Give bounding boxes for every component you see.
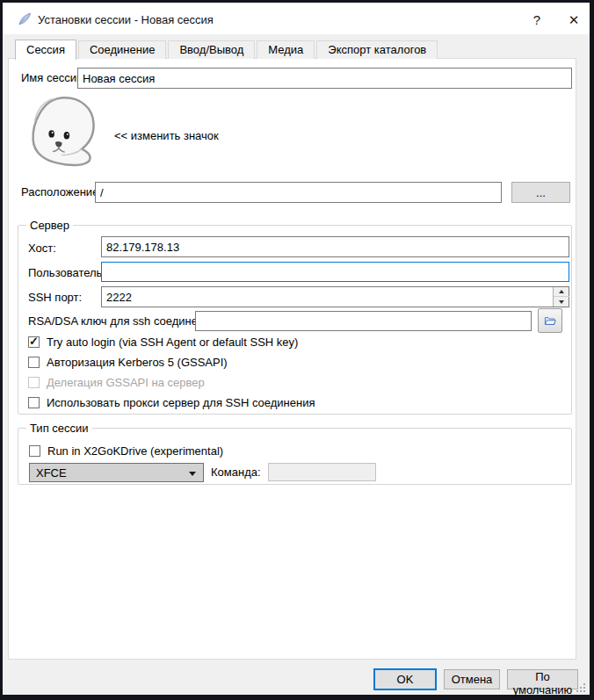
cancel-button[interactable]: Отмена (444, 669, 500, 689)
session-preferences-dialog: Установки сессии - Новая сессия ? ✕ Сесс… (0, 0, 594, 700)
location-label: Расположение: (21, 185, 102, 199)
help-button[interactable]: ? (523, 8, 551, 30)
spin-up-button[interactable] (554, 287, 569, 297)
checkbox-kerberos[interactable]: Авторизация Kerberos 5 (GSSAPI) (28, 356, 228, 369)
defaults-button[interactable]: По умолчанию (507, 669, 578, 689)
ssh-key-label: RSA/DSA ключ для ssh соединения: (28, 314, 220, 328)
checkbox-unchecked-icon[interactable] (29, 445, 40, 457)
ok-button[interactable]: OK (373, 668, 437, 690)
spin-down-button[interactable] (554, 297, 569, 307)
host-label: Хост: (28, 242, 56, 256)
chevron-down-icon (189, 472, 196, 476)
change-icon-label: << изменить значок (114, 129, 219, 143)
window-title: Установки сессии - Новая сессия (38, 13, 214, 26)
checkbox-disabled-icon (28, 377, 40, 388)
tab-session[interactable]: Сессия (15, 40, 76, 60)
session-type-value: XFCE (36, 466, 67, 480)
ssh-port-label: SSH порт: (28, 291, 82, 305)
arrow-up-icon (559, 290, 564, 293)
auto-login-label: Try auto login (via SSH Agent or default… (47, 336, 298, 349)
arrow-down-icon (559, 300, 564, 304)
ssh-port-spinner[interactable]: 2222 (101, 286, 569, 307)
location-input[interactable] (95, 182, 502, 203)
tab-bar: Сессия Соединение Ввод/Вывод Медиа Экспо… (15, 40, 439, 59)
x2gokdrive-label: Run in X2GoKDrive (experimental) (47, 444, 223, 458)
host-input[interactable] (101, 236, 569, 257)
session-name-label: Имя сессии: (21, 71, 86, 85)
checkbox-checked-icon[interactable] (28, 336, 40, 348)
ssh-port-spin-buttons (553, 287, 569, 307)
checkbox-x2gokdrive[interactable]: Run in X2GoKDrive (experimental) (29, 444, 223, 458)
browse-location-button[interactable]: ... (511, 182, 570, 203)
command-input (268, 463, 376, 481)
quill-icon (18, 11, 33, 26)
gssapi-delegation-label: Делегация GSSAPI на сервер (47, 376, 205, 389)
server-group-title: Сервер (26, 219, 73, 232)
ssh-port-value: 2222 (106, 291, 132, 304)
browse-key-button[interactable] (538, 308, 562, 333)
seal-icon (26, 94, 102, 170)
checkbox-ssh-proxy[interactable]: Использовать прокси сервер для SSH соеди… (28, 396, 315, 409)
checkbox-auto-login[interactable]: Try auto login (via SSH Agent or default… (28, 336, 298, 349)
session-name-input[interactable] (77, 68, 572, 89)
title-bar: Установки сессии - Новая сессия ? ✕ (3, 3, 590, 34)
tab-input-output[interactable]: Ввод/Вывод (168, 40, 255, 59)
close-button[interactable]: ✕ (560, 8, 588, 30)
checkbox-gssapi-delegation: Делегация GSSAPI на сервер (28, 376, 205, 389)
ssh-proxy-label: Использовать прокси сервер для SSH соеди… (47, 396, 315, 409)
resize-grip[interactable] (574, 681, 587, 694)
user-label: Пользователь: (28, 266, 105, 280)
checkbox-unchecked-icon[interactable] (28, 397, 40, 408)
kerberos-label: Авторизация Kerberos 5 (GSSAPI) (47, 356, 228, 369)
session-type-select[interactable]: XFCE (29, 463, 204, 482)
command-label: Команда: (211, 465, 261, 480)
folder-open-icon (544, 314, 556, 328)
tab-shared-folders[interactable]: Экспорт каталогов (316, 40, 438, 59)
session-icon-button[interactable] (26, 94, 102, 170)
session-type-group-title: Тип сессии (26, 422, 92, 435)
checkbox-unchecked-icon[interactable] (28, 357, 40, 368)
tab-connection[interactable]: Соединение (78, 40, 167, 59)
ssh-key-input[interactable] (195, 311, 532, 331)
tab-media[interactable]: Медиа (257, 40, 315, 59)
user-input[interactable] (101, 262, 569, 282)
